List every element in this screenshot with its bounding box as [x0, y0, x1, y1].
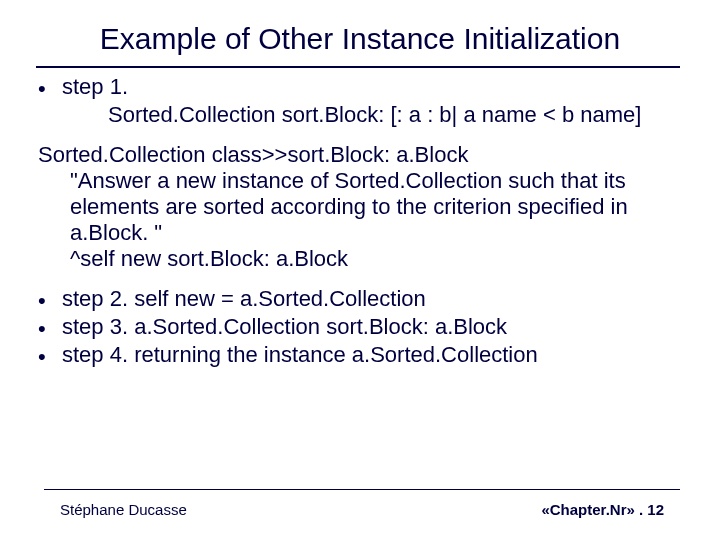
step4-text: step 4. returning the instance a.Sorted.…	[62, 342, 682, 368]
bullet-step-1: • step 1.	[38, 74, 682, 102]
footer-pager: «Chapter.Nr» . 12	[541, 501, 664, 518]
step3-text: step 3. a.Sorted.Collection sort.Block: …	[62, 314, 682, 340]
method-comment: "Answer a new instance of Sorted.Collect…	[38, 168, 682, 246]
method-line-1: Sorted.Collection class>>sort.Block: a.B…	[38, 142, 682, 168]
method-line-3: ^self new sort.Block: a.Block	[38, 246, 682, 272]
slide-title: Example of Other Instance Initialization	[40, 22, 680, 56]
bullet-dot-icon: •	[38, 342, 62, 370]
title-underline	[36, 66, 680, 68]
steps-later: • step 2. self new = a.Sorted.Collection…	[38, 286, 682, 370]
bullet-dot-icon: •	[38, 286, 62, 314]
step2-text: step 2. self new = a.Sorted.Collection	[62, 286, 682, 312]
slide-body: • step 1. Sorted.Collection sort.Block: …	[38, 74, 682, 370]
method-block: Sorted.Collection class>>sort.Block: a.B…	[38, 142, 682, 272]
footer-divider	[44, 489, 680, 490]
bullet-dot-icon: •	[38, 74, 62, 102]
bullet-step-3: • step 3. a.Sorted.Collection sort.Block…	[38, 314, 682, 342]
bullet-step-4: • step 4. returning the instance a.Sorte…	[38, 342, 682, 370]
bullet-step-2: • step 2. self new = a.Sorted.Collection	[38, 286, 682, 314]
step1-label: step 1.	[62, 74, 682, 100]
footer-author: Stéphane Ducasse	[60, 501, 187, 518]
bullet-dot-icon: •	[38, 314, 62, 342]
step1-code: Sorted.Collection sort.Block: [: a : b| …	[38, 102, 682, 128]
slide: Example of Other Instance Initialization…	[0, 0, 720, 540]
